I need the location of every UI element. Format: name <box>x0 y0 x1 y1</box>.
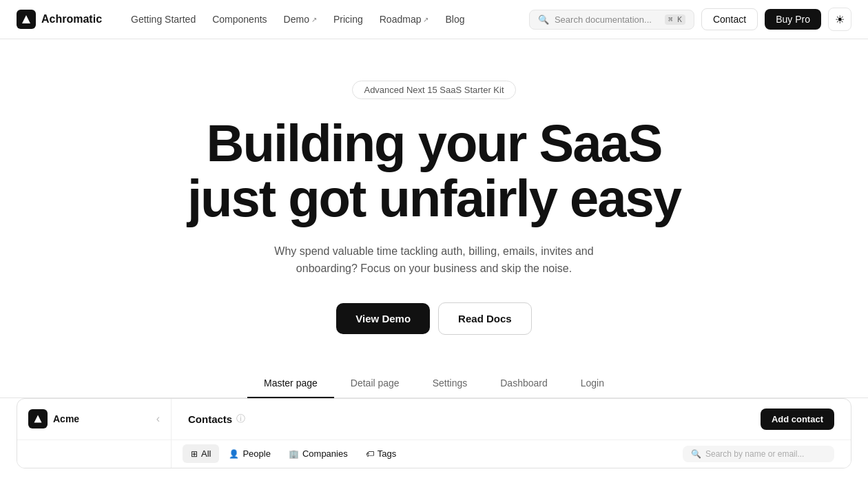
logo[interactable]: Achromatic <box>17 10 102 29</box>
preview-search-input[interactable]: 🔍 Search by name or email... <box>683 446 834 462</box>
search-kbd: ⌘ K <box>665 14 685 25</box>
contact-button[interactable]: Contact <box>701 8 758 30</box>
nav-blog[interactable]: Blog <box>438 10 471 29</box>
contacts-heading: Contacts ⓘ <box>188 413 245 425</box>
nav-getting-started[interactable]: Getting Started <box>124 10 203 29</box>
tab-dashboard[interactable]: Dashboard <box>484 369 564 398</box>
sidebar-empty <box>17 440 172 468</box>
tab-settings[interactable]: Settings <box>416 369 484 398</box>
search-placeholder-text: Search documentation... <box>555 14 652 25</box>
tags-icon: 🏷 <box>366 449 374 459</box>
search-icon: 🔍 <box>538 14 549 25</box>
preview-search-icon: 🔍 <box>691 449 701 459</box>
sub-tab-all[interactable]: ⊞ All <box>183 444 219 463</box>
preview-subtabs-row: ⊞ All 👤 People 🏢 Companies 🏷 Tags 🔍 Sear… <box>17 440 851 468</box>
navbar: Achromatic Getting Started Components De… <box>0 0 868 39</box>
nav-roadmap[interactable]: Roadmap ↗ <box>373 10 436 29</box>
preview-sidebar: Acme ‹ <box>17 399 172 440</box>
search-bar[interactable]: 🔍 Search documentation... ⌘ K <box>529 10 694 30</box>
nav-components[interactable]: Components <box>205 10 273 29</box>
sub-tab-companies[interactable]: 🏢 Companies <box>280 444 356 463</box>
brand-name: Achromatic <box>41 13 102 25</box>
buy-pro-button[interactable]: Buy Pro <box>765 9 821 30</box>
preview-tabs: Master page Detail page Settings Dashboa… <box>0 369 868 398</box>
sub-tabs-container: ⊞ All 👤 People 🏢 Companies 🏷 Tags 🔍 Sear… <box>172 442 851 466</box>
preview-top-row: Acme ‹ Contacts ⓘ Add contact <box>17 399 851 440</box>
theme-toggle-button[interactable]: ☀ <box>828 8 851 31</box>
hero-section: Advanced Next 15 SaaS Starter Kit Buildi… <box>0 39 868 362</box>
sidebar-collapse-icon[interactable]: ‹ <box>156 413 160 425</box>
nav-demo[interactable]: Demo ↗ <box>277 10 324 29</box>
hero-subtitle: Why spend valuable time tackling auth, b… <box>255 242 613 278</box>
preview-window: Acme ‹ Contacts ⓘ Add contact ⊞ All 👤 Pe… <box>17 398 851 468</box>
contacts-info-icon: ⓘ <box>236 413 245 425</box>
sidebar-brand-name: Acme <box>53 413 151 424</box>
add-contact-button[interactable]: Add contact <box>761 409 834 430</box>
navbar-left: Achromatic Getting Started Components De… <box>17 10 471 29</box>
external-icon: ↗ <box>311 16 317 23</box>
companies-icon: 🏢 <box>289 449 299 459</box>
view-demo-button[interactable]: View Demo <box>336 303 430 334</box>
nav-pricing[interactable]: Pricing <box>327 10 370 29</box>
sub-tab-tags[interactable]: 🏷 Tags <box>358 444 404 463</box>
tab-login[interactable]: Login <box>564 369 621 398</box>
contacts-title-text: Contacts <box>188 413 232 425</box>
tab-master-page[interactable]: Master page <box>247 369 334 398</box>
tab-detail-page[interactable]: Detail page <box>334 369 416 398</box>
people-icon: 👤 <box>229 449 239 459</box>
preview-main-header: Contacts ⓘ Add contact <box>172 399 851 440</box>
sidebar-logo-icon <box>28 409 48 428</box>
logo-icon <box>17 10 36 29</box>
sub-tab-people[interactable]: 👤 People <box>220 444 278 463</box>
navbar-right: 🔍 Search documentation... ⌘ K Contact Bu… <box>529 8 851 31</box>
hero-badge: Advanced Next 15 SaaS Starter Kit <box>352 81 515 99</box>
nav-links: Getting Started Components Demo ↗ Pricin… <box>124 10 471 29</box>
hero-title: Building your SaaS just got unfairly eas… <box>187 116 681 226</box>
hero-buttons: View Demo Read Docs <box>336 302 531 335</box>
all-icon: ⊞ <box>191 449 198 459</box>
read-docs-button[interactable]: Read Docs <box>438 302 532 335</box>
sun-icon: ☀ <box>835 13 845 26</box>
external-icon-2: ↗ <box>423 16 428 23</box>
